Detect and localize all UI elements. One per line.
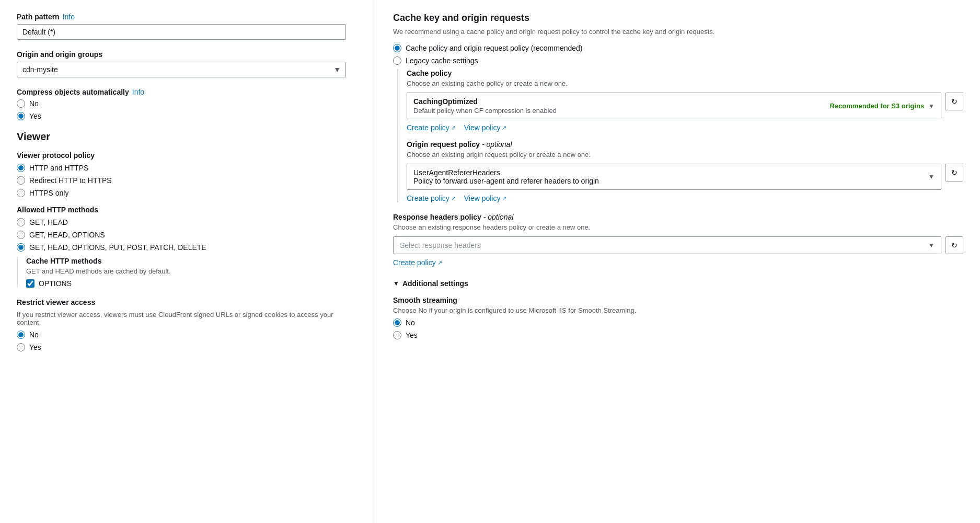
smooth-streaming-radio-group: No Yes <box>393 319 963 339</box>
cache-policy-view-external-icon: ↗ <box>502 124 506 131</box>
allowed-methods-radio-group: GET, HEAD GET, HEAD, OPTIONS GET, HEAD, … <box>17 218 359 252</box>
protocol-https-only-radio[interactable] <box>17 189 25 197</box>
compress-no-option[interactable]: No <box>17 99 359 108</box>
origin-request-policy-desc: Policy to forward user-agent and referer… <box>413 177 599 185</box>
protocol-https-only-label: HTTPS only <box>29 189 68 197</box>
response-headers-create-external-icon: ↗ <box>437 259 442 266</box>
protocol-https-only-option[interactable]: HTTPS only <box>17 189 359 197</box>
cache-key-title: Cache key and origin requests <box>393 13 963 24</box>
protocol-redirect-option[interactable]: Redirect HTTP to HTTPS <box>17 176 359 185</box>
smooth-streaming-desc: Choose No if your origin is configured t… <box>393 306 963 314</box>
compress-label: Compress objects automatically Info <box>17 88 359 96</box>
cache-policy-view-link[interactable]: View policy ↗ <box>464 123 507 132</box>
origin-request-policy-name: UserAgentRefererHeaders <box>413 168 599 177</box>
origin-request-label: Origin request policy - optional <box>407 140 963 149</box>
compress-yes-option[interactable]: Yes <box>17 112 359 120</box>
response-headers-label: Response headers policy - optional <box>393 213 963 221</box>
smooth-yes-label: Yes <box>406 331 418 339</box>
restrict-no-radio[interactable] <box>17 331 25 339</box>
recommended-badge: Recommended for S3 origins <box>830 102 925 110</box>
response-headers-create-link[interactable]: Create policy ↗ <box>393 258 442 267</box>
restrict-no-option[interactable]: No <box>17 331 359 339</box>
cache-policy-policy-desc: Default policy when CF compression is en… <box>413 107 557 115</box>
legacy-cache-radio[interactable] <box>393 56 401 65</box>
method-all-option[interactable]: GET, HEAD, OPTIONS, PUT, POST, PATCH, DE… <box>17 243 359 252</box>
restrict-viewer-label: Restrict viewer access <box>17 298 359 306</box>
cache-policy-radio-label: Cache policy and origin request policy (… <box>406 44 583 52</box>
path-pattern-input[interactable] <box>17 24 346 40</box>
restrict-viewer-radio-group: No Yes <box>17 331 359 351</box>
protocol-http-https-radio[interactable] <box>17 164 25 172</box>
origin-request-view-link[interactable]: View policy ↗ <box>464 194 507 202</box>
response-headers-create-label: Create policy <box>393 258 436 267</box>
origin-request-chevron-icon: ▼ <box>928 173 935 180</box>
origin-request-info: UserAgentRefererHeaders Policy to forwar… <box>413 168 599 185</box>
smooth-yes-radio[interactable] <box>393 331 401 339</box>
cache-policy-create-link[interactable]: Create policy ↗ <box>407 123 456 132</box>
restrict-yes-option[interactable]: Yes <box>17 343 359 351</box>
cache-policy-refresh-button[interactable]: ↻ <box>946 93 963 110</box>
response-headers-chevron-icon: ▼ <box>928 242 935 249</box>
options-checkbox[interactable] <box>26 279 34 288</box>
cache-key-radio-group: Cache policy and origin request policy (… <box>393 44 963 65</box>
protocol-http-https-option[interactable]: HTTP and HTTPS <box>17 164 359 172</box>
path-pattern-info-link[interactable]: Info <box>63 13 75 21</box>
method-get-head-options-radio[interactable] <box>17 231 25 239</box>
restrict-yes-radio[interactable] <box>17 343 25 351</box>
origin-request-policy-links: Create policy ↗ View policy ↗ <box>407 194 963 202</box>
origin-request-create-link[interactable]: Create policy ↗ <box>407 194 456 202</box>
cache-policy-box-left: CachingOptimized Default policy when CF … <box>413 97 557 115</box>
response-headers-refresh-button[interactable]: ↻ <box>946 236 963 254</box>
method-get-head-options-option[interactable]: GET, HEAD, OPTIONS <box>17 231 359 239</box>
viewer-protocol-label: Viewer protocol policy <box>17 151 359 160</box>
method-get-head-radio[interactable] <box>17 218 25 226</box>
compress-info-link[interactable]: Info <box>132 88 144 96</box>
origin-request-create-external-icon: ↗ <box>451 195 456 202</box>
cache-policy-chevron-icon: ▼ <box>928 103 935 110</box>
origin-request-desc: Choose an existing origin request policy… <box>407 151 963 158</box>
protocol-redirect-radio[interactable] <box>17 176 25 185</box>
origin-label: Origin and origin groups <box>17 50 359 59</box>
compress-no-radio[interactable] <box>17 99 25 108</box>
cache-policy-row: CachingOptimized Default policy when CF … <box>407 93 963 119</box>
response-headers-policy-row: Select response headers ▼ ↻ <box>393 236 963 254</box>
compress-yes-radio[interactable] <box>17 112 25 120</box>
smooth-streaming-title: Smooth streaming <box>393 296 963 304</box>
cache-key-subtitle: We recommend using a cache policy and or… <box>393 28 963 36</box>
viewer-protocol-radio-group: HTTP and HTTPS Redirect HTTP to HTTPS HT… <box>17 164 359 197</box>
origin-request-dropdown[interactable]: UserAgentRefererHeaders Policy to forwar… <box>407 164 941 190</box>
protocol-redirect-label: Redirect HTTP to HTTPS <box>29 176 112 185</box>
cache-policy-info: CachingOptimized Default policy when CF … <box>413 97 557 115</box>
additional-settings-toggle[interactable]: ▼ Additional settings <box>393 279 963 288</box>
response-headers-create-row: Create policy ↗ <box>393 258 963 267</box>
method-all-radio[interactable] <box>17 243 25 252</box>
cache-policy-dropdown[interactable]: CachingOptimized Default policy when CF … <box>407 93 941 119</box>
smooth-no-option[interactable]: No <box>393 319 963 327</box>
cache-policy-radio[interactable] <box>393 44 401 52</box>
options-checkbox-item[interactable]: OPTIONS <box>26 279 359 288</box>
smooth-no-label: No <box>406 319 415 327</box>
additional-settings-triangle-icon: ▼ <box>393 280 399 287</box>
additional-settings-label: Additional settings <box>402 279 468 288</box>
compress-yes-label: Yes <box>29 112 41 120</box>
compress-radio-group: No Yes <box>17 99 359 120</box>
origin-select[interactable]: cdn-mysite <box>17 62 346 77</box>
cache-policy-radio-option[interactable]: Cache policy and origin request policy (… <box>393 44 963 52</box>
smooth-yes-option[interactable]: Yes <box>393 331 963 339</box>
origin-request-optional-text: - optional <box>482 140 512 149</box>
origin-request-view-external-icon: ↗ <box>502 195 506 202</box>
cache-policy-header: Cache policy <box>407 69 963 77</box>
compress-text: Compress objects automatically <box>17 88 129 96</box>
additional-settings-section: ▼ Additional settings Smooth streaming C… <box>393 279 963 339</box>
right-panel: Cache key and origin requests We recomme… <box>376 0 980 523</box>
smooth-no-radio[interactable] <box>393 319 401 327</box>
origin-section: Origin and origin groups cdn-mysite ▼ <box>17 50 359 77</box>
legacy-cache-radio-option[interactable]: Legacy cache settings <box>393 56 963 65</box>
origin-request-policy-row: UserAgentRefererHeaders Policy to forwar… <box>407 164 963 190</box>
method-get-head-option[interactable]: GET, HEAD <box>17 218 359 226</box>
cache-policy-box-right: Recommended for S3 origins ▼ <box>830 102 935 110</box>
compress-no-label: No <box>29 99 39 108</box>
response-headers-section: Response headers policy - optional Choos… <box>393 213 963 267</box>
response-headers-dropdown[interactable]: Select response headers ▼ <box>393 236 941 254</box>
origin-request-refresh-button[interactable]: ↻ <box>946 164 963 181</box>
